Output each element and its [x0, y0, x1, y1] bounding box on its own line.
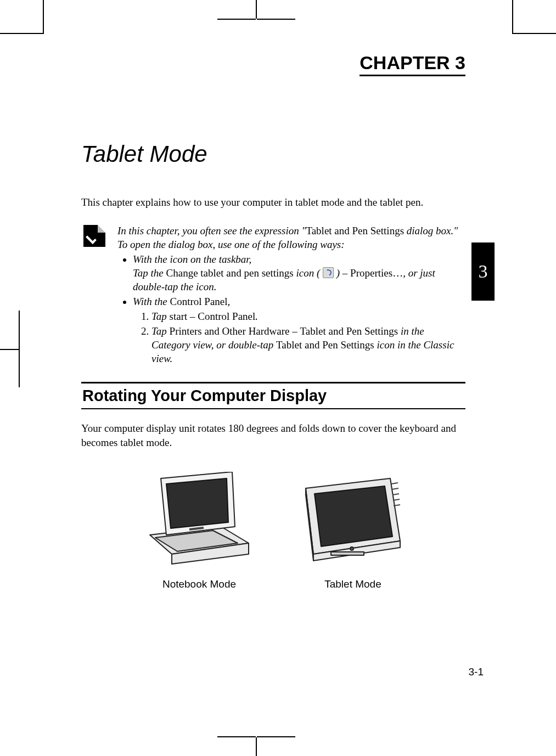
crop-mark [19, 311, 20, 349]
figures-row: Notebook Mode [81, 472, 465, 590]
crop-mark [0, 349, 19, 350]
step2-mid1: – [290, 325, 300, 337]
svg-line-10 [391, 483, 398, 484]
svg-line-11 [392, 488, 398, 489]
step1-mid: – [187, 311, 198, 322]
step1-cp: Control Panel [198, 311, 255, 322]
crop-mark [256, 0, 257, 19]
tablet-pen-settings-icon [323, 267, 334, 278]
svg-marker-4 [166, 478, 228, 528]
step2-tps1: Tablet and Pen Settings [300, 325, 398, 337]
bullet1-tap-the: Tap the [133, 267, 166, 279]
step2-poh: Printers and Other Hardware [170, 325, 290, 337]
page-number: 3-1 [469, 666, 484, 678]
note-box: In this chapter, you often see the expre… [83, 224, 465, 367]
step2-tps2: Tablet and Pen Settings [276, 339, 374, 351]
tablet-illustration [298, 472, 408, 565]
intro-paragraph: This chapter explains how to use your co… [81, 196, 465, 210]
note-text: In this chapter, you often see the expre… [117, 224, 465, 367]
svg-line-12 [392, 494, 399, 495]
note-bullet-2: With the Control Panel, Tap start – Cont… [133, 295, 465, 365]
note-lead-1: In this chapter, you often see the expre… [117, 225, 306, 236]
bullet1-change-label: Change tablet and pen settings [166, 267, 294, 279]
crop-mark [43, 0, 44, 34]
chapter-label: CHAPTER 3 [360, 52, 465, 76]
step1-start: start [170, 311, 188, 322]
bullet1-line1: With the icon on the taskbar, [133, 253, 251, 265]
step2-pre: Tap [151, 325, 170, 337]
page-title: Tablet Mode [81, 141, 465, 167]
step1-post: . [255, 311, 258, 322]
figure-caption-notebook: Notebook Mode [162, 578, 236, 590]
crop-mark [19, 349, 20, 387]
note-term: Tablet and Pen Settings [306, 225, 404, 236]
crop-mark [512, 0, 513, 34]
chapter-side-tab: 3 [471, 242, 495, 301]
content-area: CHAPTER 3 Tablet Mode This chapter expla… [81, 52, 465, 590]
bullet1-dash: ) – [334, 267, 350, 279]
crop-mark [256, 737, 257, 756]
svg-marker-9 [314, 486, 392, 546]
bullet2-cp: Control Panel [170, 296, 228, 307]
bullet1-icon-word: icon ( [294, 267, 323, 279]
notebook-illustration [139, 472, 260, 565]
note-bullet-1: With the icon on the taskbar, Tap the Ch… [133, 252, 465, 294]
page: 3 CHAPTER 3 Tablet Mode This chapter exp… [0, 0, 556, 756]
svg-point-15 [350, 547, 353, 550]
bullet2-post: , [228, 296, 231, 307]
crop-mark [217, 19, 256, 20]
crop-mark [512, 33, 556, 34]
crop-mark [0, 33, 44, 34]
body-paragraph: Your computer display unit rotates 180 d… [81, 421, 465, 449]
step1-pre: Tap [151, 311, 170, 322]
figure-notebook: Notebook Mode [139, 472, 260, 590]
section-heading: Rotating Your Computer Display [81, 382, 465, 409]
crop-mark [257, 736, 295, 737]
figure-tablet: Tablet Mode [298, 472, 408, 590]
note-step-1: Tap start – Control Panel. [151, 309, 465, 323]
crop-mark [217, 736, 256, 737]
figure-caption-tablet: Tablet Mode [324, 578, 381, 590]
svg-rect-16 [331, 552, 364, 555]
bullet2-pre: With the [133, 296, 170, 307]
bullet1-properties: Properties… [350, 267, 403, 279]
note-step-2: Tap Printers and Other Hardware – Tablet… [151, 324, 465, 365]
checkmark-note-icon [83, 225, 105, 247]
crop-mark [257, 19, 295, 20]
